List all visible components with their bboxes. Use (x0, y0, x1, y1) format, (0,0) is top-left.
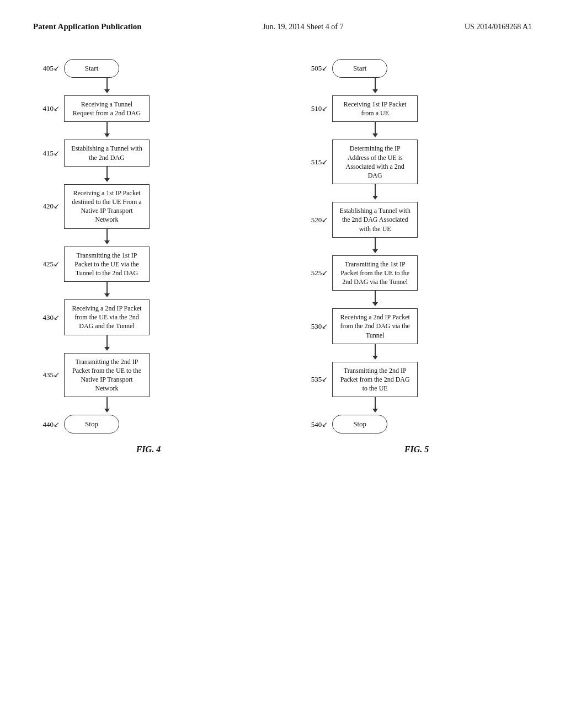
arrow-435 (106, 397, 108, 409)
step-label-415: 415↙ (39, 149, 60, 158)
fig-label-fig4-container: FIG. 4 (39, 445, 258, 454)
step-label-405: 405↙ (39, 64, 60, 73)
page: Patent Application Publication Jun. 19, … (0, 0, 565, 728)
arrow-525 (375, 291, 376, 303)
step-node-530: Receiving a 2nd IP Packet from the 2nd D… (332, 308, 418, 344)
step-node-425: Transmitting the 1st IP Packet to the UE… (64, 247, 150, 282)
step-node-505: Start (332, 59, 387, 78)
step-label-515: 515↙ (307, 158, 328, 167)
arrow-410 (106, 122, 108, 134)
step-label-525: 525↙ (307, 269, 328, 277)
arrow-430 (106, 335, 108, 347)
step-label-510: 510↙ (307, 104, 328, 113)
step-node-515: Determining the IP Address of the UE is … (332, 140, 418, 184)
arrow-515 (375, 184, 376, 196)
step-row-415: 415↙Establishing a Tunnel with the 2nd D… (39, 140, 150, 166)
step-node-420: Receiving a 1st IP Packet destined to th… (64, 184, 150, 229)
arrow-505 (375, 78, 376, 90)
step-node-415: Establishing a Tunnel with the 2nd DAG (64, 140, 150, 166)
step-label-505: 505↙ (307, 64, 328, 73)
step-label-440: 440↙ (39, 420, 60, 429)
step-row-540: 540↙Stop (307, 415, 418, 433)
step-node-430: Receiving a 2nd IP Packet from the UE vi… (64, 299, 150, 335)
page-header: Patent Application Publication Jun. 19, … (33, 22, 532, 31)
step-row-425: 425↙Transmitting the 1st IP Packet to th… (39, 247, 150, 282)
step-label-430: 430↙ (39, 313, 60, 322)
step-row-535: 535↙Transmitting the 2nd IP Packet from … (307, 362, 418, 398)
arrow-510 (375, 122, 376, 134)
step-label-535: 535↙ (307, 375, 328, 384)
step-row-520: 520↙Establishing a Tunnel with the 2nd D… (307, 202, 418, 238)
arrow-530 (375, 344, 376, 356)
step-row-410: 410↙Receiving a Tunnel Request from a 2n… (39, 95, 150, 122)
step-label-520: 520↙ (307, 216, 328, 224)
step-row-510: 510↙Receiving 1st IP Packet from a UE (307, 95, 418, 122)
step-row-430: 430↙Receiving a 2nd IP Packet from the U… (39, 299, 150, 335)
header-date-sheet: Jun. 19, 2014 Sheet 4 of 7 (263, 23, 343, 31)
step-row-405: 405↙Start (39, 59, 150, 78)
step-node-540: Stop (332, 415, 387, 433)
header-publication: Patent Application Publication (33, 22, 142, 31)
step-label-540: 540↙ (307, 420, 328, 429)
step-node-405: Start (64, 59, 119, 78)
arrow-415 (106, 167, 108, 179)
arrow-535 (375, 397, 376, 409)
step-node-410: Receiving a Tunnel Request from a 2nd DA… (64, 95, 150, 122)
step-row-525: 525↙Transmitting the 1st IP Packet from … (307, 255, 418, 291)
step-label-425: 425↙ (39, 260, 60, 269)
step-row-505: 505↙Start (307, 59, 418, 78)
step-node-440: Stop (64, 415, 119, 433)
step-label-435: 435↙ (39, 371, 60, 379)
fig-label-fig5-container: FIG. 5 (307, 445, 526, 454)
fig5-container-flow-col: 505↙Start510↙Receiving 1st IP Packet fro… (307, 59, 418, 433)
step-node-520: Establishing a Tunnel with the 2nd DAG A… (332, 202, 418, 238)
step-label-420: 420↙ (39, 202, 60, 211)
step-label-410: 410↙ (39, 104, 60, 113)
fig4-flowchart: 405↙Start410↙Receiving a Tunnel Request … (39, 59, 258, 454)
step-node-510: Receiving 1st IP Packet from a UE (332, 95, 418, 122)
arrow-425 (106, 282, 108, 294)
arrow-420 (106, 229, 108, 241)
step-label-530: 530↙ (307, 322, 328, 331)
step-row-515: 515↙Determining the IP Address of the UE… (307, 140, 418, 184)
flowcharts-container: 405↙Start410↙Receiving a Tunnel Request … (33, 59, 532, 454)
step-row-420: 420↙Receiving a 1st IP Packet destined t… (39, 184, 150, 229)
header-patent-number: US 2014/0169268 A1 (465, 23, 532, 31)
arrow-405 (106, 78, 108, 90)
fig5-flowchart: 505↙Start510↙Receiving 1st IP Packet fro… (307, 59, 526, 454)
fig4-container-flow-col: 405↙Start410↙Receiving a Tunnel Request … (39, 59, 150, 433)
step-row-530: 530↙Receiving a 2nd IP Packet from the 2… (307, 308, 418, 344)
step-node-525: Transmitting the 1st IP Packet from the … (332, 255, 418, 291)
step-row-440: 440↙Stop (39, 415, 150, 433)
step-node-535: Transmitting the 2nd IP Packet from the … (332, 362, 418, 398)
step-row-435: 435↙Transmitting the 2nd IP Packet from … (39, 353, 150, 398)
arrow-520 (375, 238, 376, 250)
step-node-435: Transmitting the 2nd IP Packet from the … (64, 353, 150, 398)
